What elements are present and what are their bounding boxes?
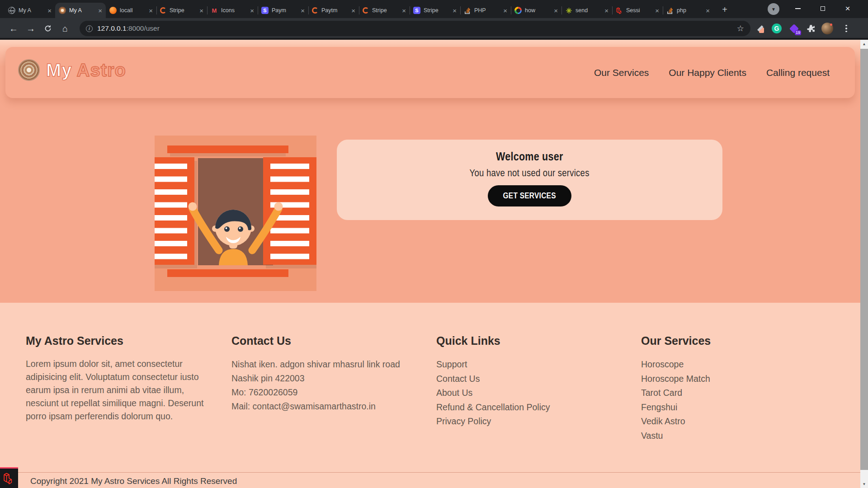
profile-avatar[interactable] <box>820 21 835 36</box>
nav-link[interactable]: Our Happy Clients <box>669 67 746 78</box>
crescent-favicon <box>312 7 318 14</box>
minimize-icon <box>795 8 801 9</box>
browser-menu-button[interactable] <box>839 21 854 36</box>
close-button[interactable]: × <box>837 0 858 17</box>
footer-link[interactable]: Horoscope <box>641 357 831 372</box>
pen-icon <box>756 24 765 33</box>
tab-close-icon[interactable]: × <box>503 7 507 14</box>
footer-link[interactable]: Refund & Cancellation Policy <box>436 400 626 415</box>
scroll-down-button[interactable]: ▼ <box>860 480 868 488</box>
footer-link[interactable]: Fengshui <box>641 400 831 415</box>
new-tab-button[interactable]: + <box>719 4 731 15</box>
browser-tab[interactable]: My A× <box>5 3 55 18</box>
tab-close-icon[interactable]: × <box>655 7 659 14</box>
laravel-favicon <box>616 7 623 14</box>
page-scrollbar[interactable]: ▲ ▼ <box>860 40 868 488</box>
footer-heading: Our Services <box>641 334 831 347</box>
footer-heading: Quick Links <box>436 334 626 347</box>
site-info-icon[interactable]: i <box>86 25 93 32</box>
crescent-favicon <box>363 7 369 14</box>
redm-favicon: M <box>211 7 218 14</box>
xampp-favicon <box>109 7 117 14</box>
browser-tab[interactable]: locall× <box>106 3 156 18</box>
browser-tab[interactable]: My A× <box>55 3 106 18</box>
browser-tab[interactable]: Stripe× <box>156 3 207 18</box>
stripe-favicon: S <box>413 7 420 14</box>
site-header: MyAstro Our ServicesOur Happy ClientsCal… <box>5 47 855 98</box>
footer-about-column: My Astro Services Lorem ipsum dolor sit,… <box>26 334 216 423</box>
tab-close-icon[interactable]: × <box>402 7 406 14</box>
forward-button[interactable]: → <box>22 18 40 39</box>
tab-close-icon[interactable]: × <box>453 7 457 14</box>
stripe-favicon: S <box>261 7 269 14</box>
tab-close-icon[interactable]: × <box>554 7 558 14</box>
home-button[interactable]: ⌂ <box>56 18 74 39</box>
nav-link[interactable]: Our Services <box>594 67 649 78</box>
tab-close-icon[interactable]: × <box>351 7 355 14</box>
browser-tab[interactable]: how× <box>511 3 561 18</box>
browser-tab[interactable]: send× <box>561 3 612 18</box>
tab-close-icon[interactable]: × <box>98 7 102 14</box>
tab-title: Stripe <box>424 7 449 14</box>
contact-line: Mo: 7620026059 <box>231 385 421 399</box>
welcome-title: Welcome user <box>496 150 563 163</box>
browser-tab[interactable]: SStripe× <box>410 3 460 18</box>
tab-close-icon[interactable]: × <box>706 7 710 14</box>
tab-close-icon[interactable]: × <box>250 7 254 14</box>
reload-icon <box>44 24 52 33</box>
browser-tab[interactable]: php× <box>663 3 713 18</box>
purple-extension-icon[interactable]: 19 <box>787 21 801 36</box>
footer-link[interactable]: About Us <box>436 386 626 400</box>
footer-services-column: Our Services HoroscopeHoroscope MatchTar… <box>641 334 831 443</box>
footer-divider <box>0 472 860 473</box>
browser-tab[interactable]: Stripe× <box>359 3 410 18</box>
footer-heading: My Astro Services <box>26 334 216 347</box>
footer-link[interactable]: Vastu <box>641 429 831 443</box>
browser-tab[interactable]: PHP× <box>460 3 511 18</box>
address-bar[interactable]: i 127.0.0.1:8000/user ☆ <box>80 21 750 36</box>
tab-title: send <box>576 7 601 14</box>
tab-close-icon[interactable]: × <box>604 7 609 14</box>
grammarly-extension-icon[interactable]: G <box>769 21 784 36</box>
reload-button[interactable] <box>39 18 57 39</box>
footer-link[interactable]: Vedik Astro <box>641 414 831 429</box>
tab-title: Stripe <box>372 7 399 14</box>
browser-tab[interactable]: Sessi× <box>612 3 663 18</box>
logo-text: MyAstro <box>46 60 126 80</box>
avatar <box>821 23 833 34</box>
site-logo[interactable]: MyAstro <box>18 59 126 81</box>
tab-close-icon[interactable]: × <box>47 7 52 14</box>
browser-tab[interactable]: SPaym× <box>258 3 308 18</box>
nav-link[interactable]: Calling request <box>766 67 830 78</box>
extensions-puzzle-button[interactable] <box>804 21 818 36</box>
footer-link[interactable]: Tarot Card <box>641 386 831 400</box>
contact-line: Mail: contact@swamisamarthastro.in <box>231 399 421 413</box>
get-services-button[interactable]: GET SERVICES <box>488 185 571 206</box>
tab-title: PHP <box>474 7 500 14</box>
bookmark-star-icon[interactable]: ☆ <box>737 23 744 33</box>
browser-tab[interactable]: MIcons× <box>207 3 258 18</box>
eyedropper-extension-icon[interactable] <box>753 21 768 36</box>
footer-link[interactable]: Privacy Policy <box>436 414 626 429</box>
scrollbar-thumb[interactable] <box>860 49 868 470</box>
restore-icon <box>821 6 825 11</box>
scroll-up-button[interactable]: ▲ <box>860 40 868 48</box>
footer-link[interactable]: Contact Us <box>436 372 626 386</box>
tab-title: Paytm <box>321 7 348 14</box>
browser-tab[interactable]: Paytm× <box>308 3 359 18</box>
window-boy-illustration <box>155 136 316 291</box>
footer-link[interactable]: Horoscope Match <box>641 372 831 386</box>
laravel-devtools-badge[interactable] <box>0 467 18 488</box>
mandala-logo-icon <box>18 59 40 81</box>
tab-close-icon[interactable]: × <box>199 7 203 14</box>
back-button[interactable]: ← <box>5 18 23 39</box>
tab-search-button[interactable]: ▼ <box>768 3 779 15</box>
url-text: 127.0.0.1:8000/user <box>97 24 160 33</box>
tab-close-icon[interactable]: × <box>301 7 305 14</box>
tab-close-icon[interactable]: × <box>149 7 153 14</box>
footer-link[interactable]: Support <box>436 357 626 372</box>
puzzle-icon <box>807 24 815 33</box>
site-favicon <box>59 7 66 14</box>
maximize-button[interactable] <box>812 0 833 17</box>
minimize-button[interactable] <box>788 0 808 17</box>
